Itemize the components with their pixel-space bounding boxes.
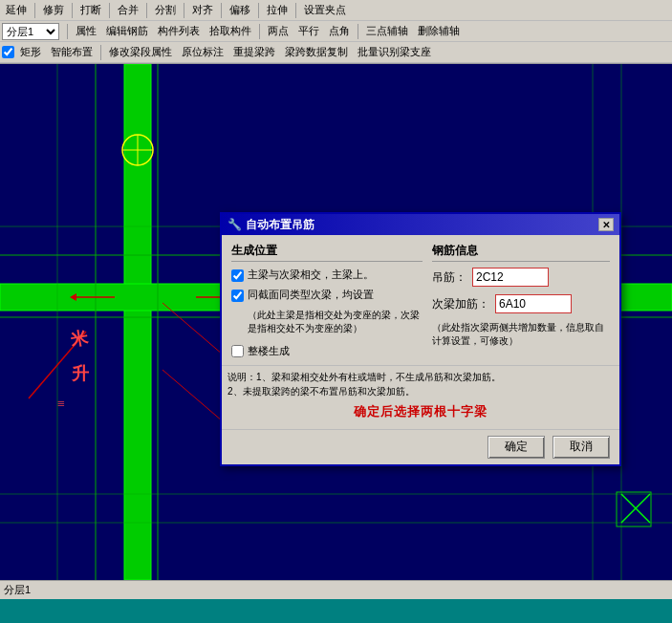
description-line1: 说明：1、梁和梁相交处外有柱或墙时，不生成吊筋和次梁加筋。	[228, 370, 614, 384]
edit-rebar-btn[interactable]: 编辑钢筋	[102, 23, 152, 39]
angle-point-btn[interactable]: 点角	[325, 23, 354, 39]
rect-btn[interactable]: 矩形	[16, 44, 45, 60]
checkbox-same-section-label: 同截面同类型次梁，均设置	[248, 288, 374, 301]
pick-component-btn[interactable]: 拾取构件	[206, 23, 255, 39]
cad-area[interactable]: 米 升 ≡ 🔧 自动布置吊筋 ✕	[0, 64, 672, 580]
split-btn[interactable]: 分割	[151, 2, 180, 18]
sep8	[295, 3, 296, 18]
modify-beam-prop-btn[interactable]: 修改梁段属性	[105, 44, 176, 60]
sep10	[259, 24, 260, 39]
checkbox-row-2: 同截面同类型次梁，均设置	[231, 288, 423, 302]
component-list-btn[interactable]: 构件列表	[154, 23, 204, 39]
layer-dropdown[interactable]: 分层1	[2, 23, 59, 40]
checkbox-rect[interactable]	[2, 46, 14, 58]
confirm-text: 确定后选择两根十字梁	[228, 398, 614, 425]
checkbox-same-section[interactable]	[231, 290, 244, 302]
checkbox-main-secondary[interactable]	[231, 269, 244, 282]
dialog-icon: 🔧	[228, 218, 242, 231]
auto-place-stirrup-dialog: 🔧 自动布置吊筋 ✕ 生成位置 主梁与次梁相交，主梁上。	[220, 212, 621, 466]
extend-btn[interactable]: 延伸	[2, 2, 31, 18]
parallel-btn[interactable]: 平行	[294, 23, 323, 39]
merge-btn[interactable]: 合并	[114, 2, 142, 18]
hanging-rebar-row: 吊筋：	[432, 268, 610, 287]
sep5	[184, 3, 184, 18]
original-mark-btn[interactable]: 原位标注	[178, 44, 228, 60]
trim-btn[interactable]: 修剪	[39, 2, 68, 18]
sep12	[100, 45, 101, 60]
cancel-button[interactable]: 取消	[553, 436, 610, 459]
sep3	[109, 3, 110, 18]
smart-layout-btn[interactable]: 智能布置	[47, 44, 97, 60]
sep1	[34, 3, 35, 18]
dialog-left-section: 生成位置 主梁与次梁相交，主梁上。 同截面同类型次梁，均设置 （此处主梁是指相交…	[231, 243, 423, 357]
ok-button[interactable]: 确定	[488, 436, 545, 459]
break-btn[interactable]: 打断	[76, 2, 105, 18]
description-area: 说明：1、梁和梁相交处外有柱或墙时，不生成吊筋和次梁加筋。 2、未提取梁跨的梁不…	[222, 365, 619, 429]
section-rebar-title: 钢筋信息	[432, 243, 610, 262]
note-text-1: （此处主梁是指相交处为变座的梁，次梁是指相交处不为变座的梁）	[247, 308, 423, 336]
delete-aux-btn[interactable]: 删除辅轴	[414, 23, 464, 39]
dialog-title: 自动布置吊筋	[246, 217, 314, 233]
dialog-overlay: 🔧 自动布置吊筋 ✕ 生成位置 主梁与次梁相交，主梁上。	[0, 64, 672, 580]
dialog-footer: 确定 取消	[222, 429, 619, 464]
sep2	[72, 3, 73, 18]
checkbox-main-secondary-label: 主梁与次梁相交，主梁上。	[248, 268, 374, 281]
section-generate-title: 生成位置	[231, 243, 423, 262]
two-point-btn[interactable]: 两点	[264, 23, 293, 39]
toolbar-row-2: 分层1 属性 编辑钢筋 构件列表 拾取构件 两点 平行 点角 三点辅轴 删除辅轴	[0, 21, 672, 42]
checkbox-row-1: 主梁与次梁相交，主梁上。	[231, 268, 423, 282]
dialog-body: 生成位置 主梁与次梁相交，主梁上。 同截面同类型次梁，均设置 （此处主梁是指相交…	[222, 235, 619, 365]
property-btn[interactable]: 属性	[72, 23, 100, 39]
sep7	[258, 3, 259, 18]
dialog-close-button[interactable]: ✕	[598, 218, 614, 231]
sep6	[221, 3, 222, 18]
checkbox-row-3: 整楼生成	[231, 344, 423, 357]
secondary-rebar-row: 次梁加筋：	[432, 294, 610, 313]
toolbar-area: 延伸 修剪 打断 合并 分割 对齐 偏移 拉伸 设置夹点 分层1 属性 编辑钢筋…	[0, 0, 672, 64]
hanging-rebar-label: 吊筋：	[432, 269, 466, 286]
batch-identify-btn[interactable]: 批量识别梁支座	[354, 44, 435, 60]
offset-btn[interactable]: 偏移	[226, 2, 254, 18]
grip-btn[interactable]: 设置夹点	[300, 2, 350, 18]
status-bar: 分层1	[0, 580, 672, 599]
sep9	[67, 24, 68, 39]
align-btn[interactable]: 对齐	[188, 2, 217, 18]
dialog-titlebar: 🔧 自动布置吊筋 ✕	[222, 214, 619, 235]
description-line2: 2、未提取梁跨的梁不布置吊筋和次梁加筋。	[228, 384, 614, 398]
stretch-btn[interactable]: 拉伸	[263, 2, 292, 18]
secondary-rebar-input[interactable]	[495, 294, 572, 313]
checkbox-whole-floor[interactable]	[231, 345, 244, 357]
secondary-rebar-label: 次梁加筋：	[432, 296, 489, 312]
copy-span-data-btn[interactable]: 梁跨数据复制	[281, 44, 352, 60]
toolbar-row-3: 矩形 智能布置 修改梁段属性 原位标注 重提梁跨 梁跨数据复制 批量识别梁支座	[0, 42, 672, 63]
dialog-right-section: 钢筋信息 吊筋： 次梁加筋： （此处指次梁两侧共增加数量，信息取自计算设置，可修…	[432, 243, 610, 357]
status-layer-label: 分层1	[4, 583, 31, 597]
sep11	[358, 24, 358, 39]
re-extract-span-btn[interactable]: 重提梁跨	[229, 44, 279, 60]
toolbar-row-1: 延伸 修剪 打断 合并 分割 对齐 偏移 拉伸 设置夹点	[0, 0, 672, 21]
field-note-2: （此处指次梁两侧共增加数量，信息取自计算设置，可修改）	[432, 321, 610, 348]
layer-selector[interactable]: 分层1	[2, 23, 59, 40]
checkbox-whole-floor-label: 整楼生成	[248, 344, 290, 357]
three-point-aux-btn[interactable]: 三点辅轴	[362, 23, 412, 39]
sep4	[146, 3, 147, 18]
hanging-rebar-input[interactable]	[472, 268, 549, 287]
